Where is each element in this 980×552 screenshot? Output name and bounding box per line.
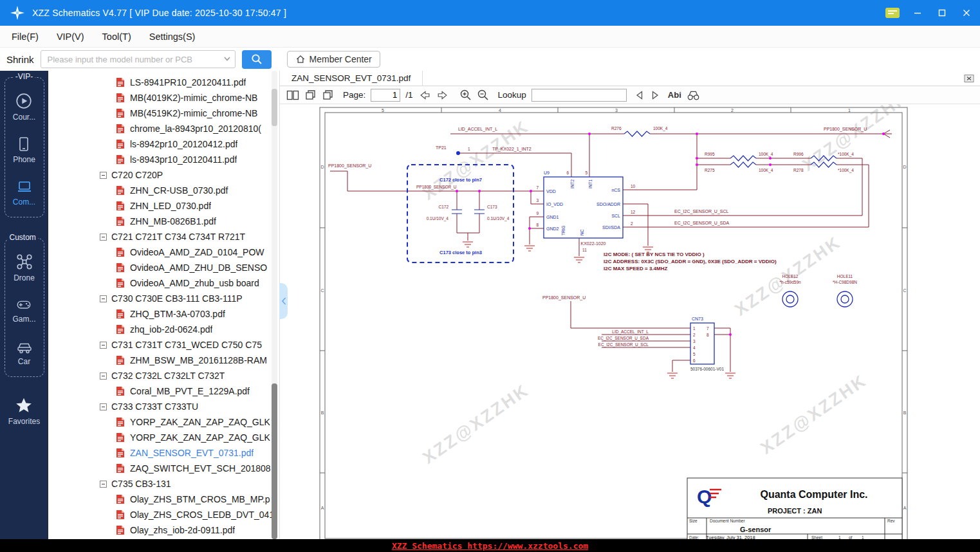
tree-item[interactable]: Olay_ZHS_BTM_CROS_MB_MP.p — [48, 492, 279, 507]
tree-item[interactable]: ZAQ_SWITCH_EVT_SCH_201808 — [48, 461, 279, 476]
svg-text:D: D — [903, 165, 906, 169]
tree-group[interactable]: C720 C720P — [48, 167, 279, 183]
pdf-icon — [115, 355, 125, 365]
tree-item[interactable]: chrome_la-8943pr10_20120810( — [48, 121, 279, 136]
collapse-minus-icon[interactable] — [100, 234, 107, 241]
rail-item-drone[interactable]: Drone — [14, 253, 35, 282]
menu-file[interactable]: File(F) — [3, 26, 48, 48]
rail-item-course[interactable]: Cour... — [13, 92, 35, 122]
prev-result-icon[interactable] — [634, 90, 645, 100]
tree-group[interactable]: C721 C721T C734 C734T R721T — [48, 229, 279, 244]
tree-item[interactable]: OvideoA_AMD_zhub_usb board — [48, 275, 279, 291]
app-logo-icon — [9, 5, 26, 21]
file-tree[interactable]: LS-8941PR10_20120411.pdf MB(4019K2)-mimi… — [48, 71, 280, 539]
gamepad-icon — [15, 297, 33, 312]
tree-item[interactable]: ZHM_BSW_MB_20161128B-RAM — [48, 353, 279, 368]
svg-text:1: 1 — [848, 108, 851, 113]
next-result-icon[interactable] — [650, 90, 660, 100]
collapse-minus-icon[interactable] — [100, 403, 107, 410]
close-document-icon[interactable] — [963, 73, 975, 87]
tree-group[interactable]: C731 C731T C731_WCED C750 C75 — [48, 337, 279, 353]
svg-text:Document Number: Document Number — [710, 519, 745, 523]
tree-item[interactable]: OvideoA_AMD_ZAD_0104_POW — [48, 244, 279, 260]
svg-text:D: D — [320, 165, 324, 169]
tree-item[interactable]: Olay_ZHS_CROS_LEDB_DVT_041 — [48, 507, 279, 522]
copy-page-icon[interactable] — [304, 89, 317, 101]
zoom-in-icon[interactable] — [459, 89, 472, 101]
tree-item-selected[interactable]: ZAN_SENSOR_EVT_0731.pdf — [48, 445, 279, 461]
tree-group[interactable]: C733 C733T C733TU — [48, 399, 279, 414]
svg-text:2: 2 — [693, 333, 696, 337]
rail-item-favorites[interactable]: Favorites — [8, 396, 40, 426]
tree-item[interactable]: MB(4019K2)-mimic_chrome-NB — [48, 90, 279, 106]
svg-text:XZZ@XZZHK: XZZ@XZZHK — [419, 380, 532, 468]
menu-tool[interactable]: Tool(T) — [93, 26, 140, 48]
two-page-view-icon[interactable] — [286, 89, 299, 101]
tab-zan-sensor[interactable]: ZAN_SENSOR_EVT_0731.pdf — [280, 71, 423, 86]
svg-text:R995: R995 — [705, 152, 715, 156]
collapse-minus-icon[interactable] — [100, 295, 107, 302]
close-button[interactable] — [959, 6, 974, 20]
collapse-minus-icon[interactable] — [100, 172, 107, 179]
zoom-out-icon[interactable] — [477, 89, 489, 101]
collapse-minus-icon[interactable] — [100, 342, 107, 349]
tree-item[interactable]: ZHN_MB-0826B1.pdf — [48, 214, 279, 229]
tree-item[interactable]: OvideoA_AMD_ZHU_DB_SENSO — [48, 260, 279, 275]
page-number-input[interactable] — [371, 89, 400, 102]
tree-collapse-handle[interactable] — [279, 283, 288, 319]
rail-item-game[interactable]: Gam... — [12, 297, 35, 324]
tree-item[interactable]: ls-8942pr10_20120412.pdf — [48, 136, 279, 152]
collapse-minus-icon[interactable] — [100, 481, 107, 488]
tree-item[interactable]: MB(4519K2)-mimic_chrome-NB — [48, 106, 279, 121]
svg-text:3: 3 — [615, 108, 618, 113]
minimize-button[interactable] — [911, 6, 925, 20]
svg-text:Size: Size — [689, 519, 698, 523]
scrollbar-thumb[interactable] — [272, 383, 277, 539]
home-icon — [295, 54, 306, 64]
tree-item[interactable]: zhq_iob-2d-0624.pdf — [48, 322, 279, 337]
svg-text:R275: R275 — [705, 168, 715, 172]
rail-item-car[interactable]: Car — [15, 338, 33, 366]
tree-item[interactable]: ls-8943pr10_20120411.pdf — [48, 152, 279, 167]
back-arrow-icon[interactable] — [418, 89, 431, 101]
tree-item[interactable]: Olay_zhs_iob-2d-0911.pdf — [48, 522, 279, 538]
tree-group[interactable]: C735 CB3-131 — [48, 476, 279, 492]
export-page-icon[interactable] — [322, 89, 334, 101]
tree-scrollbar[interactable] — [272, 71, 277, 539]
binoculars-icon[interactable] — [687, 89, 700, 101]
chevron-down-icon[interactable] — [224, 57, 230, 61]
forward-arrow-icon[interactable] — [436, 89, 449, 101]
member-center-label: Member Center — [310, 54, 372, 64]
status-text[interactable]: XZZ Schematics https://www.xzztools.com — [392, 541, 588, 551]
tree-item[interactable]: ZHQ_BTM-3A-0703.pdf — [48, 306, 279, 322]
search-button[interactable] — [242, 50, 272, 69]
shrink-button[interactable]: Shrink — [6, 54, 34, 65]
lookup-input[interactable] — [532, 89, 627, 102]
text-select-tool[interactable]: Abi — [668, 90, 681, 100]
menu-settings[interactable]: Settings(S) — [140, 26, 205, 48]
member-center-button[interactable]: Member Center — [287, 51, 380, 68]
tree-item[interactable]: YORP_ZAK_ZAN_ZAP_ZAQ_GLK — [48, 414, 279, 430]
svg-text:I2C ADDRESS: 0X3C (SDO_ADDR =: I2C ADDRESS: 0X3C (SDO_ADDR = GND), 0X3E… — [604, 259, 777, 264]
pdf-icon — [115, 108, 125, 118]
tree-item[interactable]: Coral_MB_PVT_E_1229A.pdf — [48, 383, 279, 399]
tree-item[interactable]: YORP_ZAK_ZAN_ZAP_ZAQ_GLK — [48, 430, 279, 445]
maximize-button[interactable] — [935, 6, 949, 20]
rail-item-computer[interactable]: Com... — [13, 178, 35, 207]
tree-group[interactable]: C732 C732L C732LT C732T — [48, 368, 279, 383]
title-bar[interactable]: XZZ Schematics V4.77 [ VIP Due date: 202… — [0, 0, 980, 26]
collapse-minus-icon[interactable] — [100, 373, 107, 380]
tree-group[interactable]: C730 C730E CB3-111 CB3-111P — [48, 291, 279, 306]
license-icon[interactable] — [885, 7, 900, 19]
menu-vip[interactable]: VIP(V) — [48, 26, 93, 48]
tree-item[interactable]: LS-8941PR10_20120411.pdf — [48, 75, 279, 90]
scrollbar-thumb-top[interactable] — [272, 89, 277, 126]
schematic-canvas[interactable]: 5 4 3 2 1 D C B A D C B A — [280, 104, 980, 539]
pdf-icon — [115, 139, 125, 149]
model-search-input[interactable] — [41, 50, 236, 68]
tree-item[interactable]: ZHN_CR-USB_0730.pdf — [48, 183, 279, 198]
document-tab-bar: ZAN_SENSOR_EVT_0731.pdf — [280, 71, 980, 86]
tree-item[interactable]: ZHN_LED_0730.pdf — [48, 198, 279, 214]
rail-item-phone[interactable]: Phone — [13, 136, 35, 164]
svg-text:C172 close to pin7: C172 close to pin7 — [439, 177, 482, 183]
